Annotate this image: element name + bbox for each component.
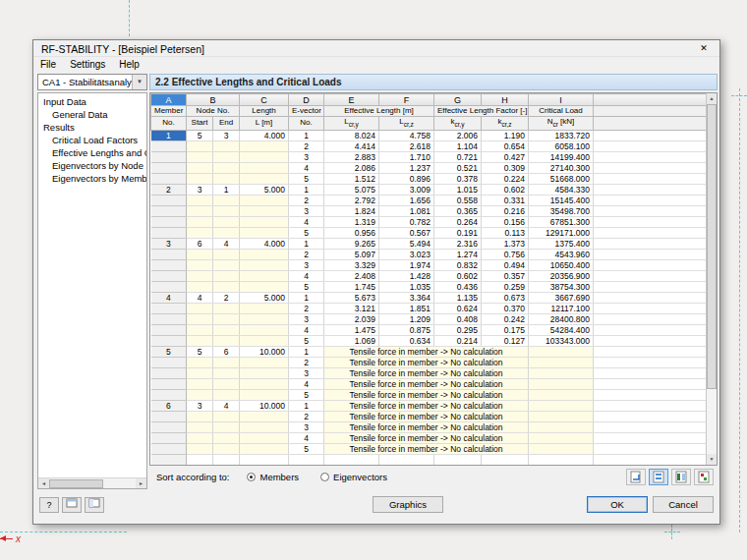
table-cell[interactable]	[240, 227, 289, 238]
table-cell[interactable]: 1.274	[434, 249, 482, 259]
table-cell[interactable]	[187, 367, 213, 378]
table-cell[interactable]	[240, 443, 289, 454]
table-cell[interactable]	[213, 270, 240, 281]
header-ncr-unit[interactable]: Ncr [kN]	[529, 117, 594, 131]
table-cell[interactable]: 5	[187, 346, 213, 357]
table-cell[interactable]	[240, 173, 289, 184]
table-cell[interactable]: 0.436	[434, 281, 482, 292]
sidebar-item[interactable]: Critical Load Factors	[38, 134, 146, 146]
table-cell[interactable]	[213, 313, 240, 324]
header-node-start[interactable]: Start	[187, 117, 213, 131]
sidebar-horizontal-scrollbar[interactable]: ◄ ►	[38, 477, 146, 488]
table-cell[interactable]: 2	[289, 140, 324, 151]
table-cell[interactable]: 10.000	[240, 400, 289, 411]
table-cell[interactable]: 0.127	[482, 335, 529, 346]
menu-item-help[interactable]: Help	[112, 58, 146, 71]
table-cell[interactable]	[240, 205, 289, 216]
table-cell[interactable]	[594, 205, 708, 216]
table-cell[interactable]: 0.756	[482, 249, 529, 259]
table-cell[interactable]: 0.216	[482, 205, 529, 216]
table-cell[interactable]: Tensile force in member -> No calculatio…	[324, 411, 529, 421]
table-cell[interactable]: 3	[187, 184, 213, 195]
table-cell[interactable]: 4	[151, 292, 187, 303]
table-tool-button-3[interactable]	[671, 469, 691, 485]
table-cell[interactable]: 3667.690	[529, 292, 594, 303]
panel-toggle-button-2[interactable]	[85, 497, 104, 513]
table-cell[interactable]: 1	[289, 238, 324, 249]
table-cell[interactable]: 1.319	[324, 216, 379, 227]
table-cell[interactable]: 0.602	[482, 184, 529, 195]
table-cell[interactable]	[240, 313, 289, 324]
table-cell[interactable]: 2	[289, 249, 324, 259]
table-cell[interactable]	[240, 357, 289, 367]
table-cell[interactable]	[594, 292, 708, 303]
table-cell[interactable]	[529, 378, 594, 389]
table-cell[interactable]: 2	[151, 184, 187, 195]
table-cell[interactable]: 1.015	[434, 184, 482, 195]
title-bar[interactable]: RF-STABILITY - [Beispiel Petersen] ✕	[33, 40, 719, 57]
table-cell[interactable]	[240, 151, 289, 162]
table-cell[interactable]: 3	[289, 421, 324, 432]
table-cell[interactable]: 2	[213, 292, 240, 303]
ok-button[interactable]: OK	[587, 496, 648, 513]
table-cell[interactable]	[594, 238, 708, 249]
table-cell[interactable]: 1.104	[434, 140, 482, 151]
column-letter-I[interactable]: I	[529, 94, 594, 106]
table-cell[interactable]	[594, 324, 708, 335]
table-cell[interactable]: 3.009	[379, 184, 434, 195]
table-cell[interactable]	[594, 443, 708, 454]
table-cell[interactable]	[151, 140, 187, 151]
panel-toggle-button-1[interactable]	[62, 497, 82, 513]
table-cell[interactable]: 3	[289, 313, 324, 324]
table-cell[interactable]: 3	[289, 151, 324, 162]
header-kcrz[interactable]: kcr,z	[482, 117, 529, 131]
table-cell[interactable]: 0.654	[482, 140, 529, 151]
table-cell[interactable]	[187, 216, 213, 227]
table-cell[interactable]	[151, 303, 187, 313]
table-cell[interactable]	[482, 454, 529, 465]
table-cell[interactable]	[213, 443, 240, 454]
table-cell[interactable]: 2	[289, 411, 324, 421]
table-cell[interactable]: 28400.800	[529, 313, 594, 324]
header-length-unit[interactable]: L [m]	[240, 117, 289, 131]
table-cell[interactable]	[594, 411, 708, 421]
table-cell[interactable]: 0.567	[379, 227, 434, 238]
table-cell[interactable]: Tensile force in member -> No calculatio…	[324, 443, 529, 454]
table-cell[interactable]	[213, 411, 240, 421]
table-cell[interactable]	[213, 454, 240, 465]
table-cell[interactable]	[529, 432, 594, 443]
table-cell[interactable]: 0.365	[434, 205, 482, 216]
table-cell[interactable]	[187, 162, 213, 173]
table-cell[interactable]: 4.000	[240, 130, 289, 140]
table-cell[interactable]	[151, 205, 187, 216]
sidebar-item[interactable]: Effective Lengths and Critical L	[38, 146, 146, 159]
table-cell[interactable]	[594, 357, 708, 367]
table-cell[interactable]: 1	[289, 400, 324, 411]
table-cell[interactable]	[594, 216, 708, 227]
table-cell[interactable]: 0.427	[482, 151, 529, 162]
header-node-no[interactable]: Node No.	[187, 106, 240, 117]
table-cell[interactable]: 1.974	[379, 259, 434, 270]
header-lcrz[interactable]: Lcr,z	[379, 117, 434, 131]
table-cell[interactable]	[151, 216, 187, 227]
header-lcry[interactable]: Lcr,y	[324, 117, 379, 131]
table-cell[interactable]: 2.316	[434, 238, 482, 249]
table-cell[interactable]: 0.156	[482, 216, 529, 227]
table-cell[interactable]: 4.414	[324, 140, 379, 151]
table-cell[interactable]	[594, 162, 708, 173]
table-cell[interactable]	[594, 335, 708, 346]
table-cell[interactable]: 5	[289, 389, 324, 400]
table-cell[interactable]: 6	[213, 346, 240, 357]
table-cell[interactable]	[151, 173, 187, 184]
table-cell[interactable]	[594, 249, 708, 259]
scrollbar-thumb[interactable]	[707, 104, 717, 389]
table-cell[interactable]	[187, 227, 213, 238]
table-cell[interactable]: 5.097	[324, 249, 379, 259]
table-cell[interactable]: Tensile force in member -> No calculatio…	[324, 421, 529, 432]
table-cell[interactable]: 35498.700	[529, 205, 594, 216]
table-cell[interactable]	[240, 216, 289, 227]
table-cell[interactable]: 0.295	[434, 324, 482, 335]
table-cell[interactable]	[151, 335, 187, 346]
table-cell[interactable]: 4	[187, 292, 213, 303]
table-cell[interactable]: 1	[151, 130, 187, 140]
